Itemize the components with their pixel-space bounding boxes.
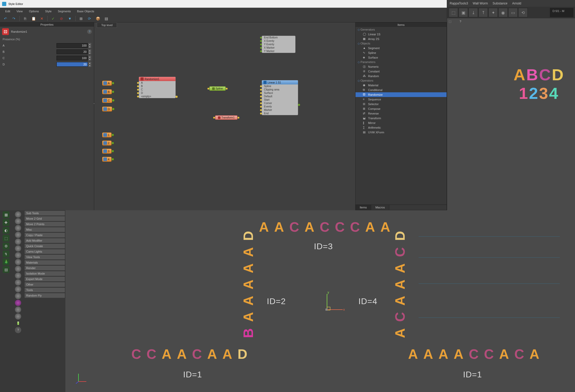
input-slot[interactable]: End (262, 112, 298, 115)
tool-icon[interactable] (15, 286, 21, 292)
tool-icon[interactable] (15, 211, 21, 218)
host-menu-item[interactable]: RappaTools3 (450, 2, 468, 5)
spinner-up-icon[interactable]: ▲ (88, 55, 91, 58)
toolbox-button[interactable]: Random Fly (24, 293, 65, 298)
tool-icon[interactable] (15, 218, 21, 224)
toolbox-button[interactable]: Add Modifier (24, 238, 65, 243)
toolbox-button[interactable]: Isolation Mode (24, 271, 65, 276)
copy-button[interactable]: ⎘ (22, 16, 28, 21)
tab-macros[interactable]: Macros (371, 205, 389, 210)
toolbox-button[interactable]: Materials (24, 260, 65, 265)
tool-icon[interactable]: ▤ (3, 266, 9, 273)
spinner-down-icon[interactable]: ▼ (88, 52, 91, 54)
input-slot[interactable]: Surface (262, 91, 298, 95)
redo-button[interactable]: ↷ (11, 16, 17, 21)
tree-item-array-2s[interactable]: ▦Array 2S (356, 37, 447, 41)
host-menu-item[interactable]: Arnold (512, 2, 521, 5)
accept-button[interactable]: ✓ (50, 16, 56, 21)
tree-item-sequence[interactable]: ≡Sequence (356, 97, 447, 102)
input-slot[interactable]: Spline (262, 84, 298, 88)
tree-item-reverse[interactable]: ⇄Reverse (356, 111, 447, 116)
tool-icon[interactable]: ⬚ (3, 235, 9, 242)
input-slot[interactable]: A (139, 81, 176, 84)
input-slot[interactable]: Y Evenly (262, 43, 295, 46)
host-tool-icon[interactable]: ⬚ (449, 20, 458, 29)
input-slot[interactable]: End Bottom (262, 36, 295, 39)
tree-item-material[interactable]: ◉Material (356, 83, 447, 88)
refresh-button[interactable]: ⟳ (87, 16, 92, 21)
toolbox-button[interactable]: Tools (24, 287, 65, 293)
items-tree[interactable]: Generators◯Linear 1S▦Array 2SObjects▲Seg… (356, 27, 447, 204)
tree-category[interactable]: Parameters (356, 60, 447, 64)
tool-icon[interactable]: ✚ (3, 219, 9, 226)
tree-category[interactable]: Generators (356, 27, 447, 32)
tree-category[interactable]: Objects (356, 41, 447, 46)
list-button[interactable]: ▤ (103, 16, 109, 21)
node-name-field[interactable]: Randomize1 (11, 30, 27, 33)
menu-style[interactable]: Style (42, 9, 55, 14)
tree-item-numeric[interactable]: ⓍNumeric (356, 64, 447, 69)
tool-icon[interactable] (15, 225, 21, 231)
tree-item-constant[interactable]: ②Constant (356, 69, 447, 74)
presence-input[interactable]: 20 (57, 62, 88, 67)
output-port[interactable] (298, 104, 300, 106)
segment-input-3[interactable]: 3 (102, 149, 112, 154)
input-slot[interactable]: <empty> (139, 95, 176, 98)
input-slot[interactable]: Corner (262, 101, 298, 105)
input-slot[interactable]: B (139, 84, 176, 88)
tool-icon[interactable] (15, 293, 21, 299)
tool-icon[interactable] (15, 272, 21, 279)
help-icon[interactable]: ? (460, 20, 461, 29)
toolbox-button[interactable]: Misc (24, 227, 65, 232)
tree-item-randomize[interactable]: ⚄Randomize (356, 92, 447, 97)
segment-input-2[interactable]: 2 (102, 140, 112, 146)
spinner-up-icon[interactable]: ▲ (88, 43, 91, 46)
toolbox-button[interactable]: Other (24, 282, 65, 287)
tree-item-spline[interactable]: ∿Spline (356, 50, 447, 55)
segment-input-d[interactable]: D (102, 106, 112, 112)
input-slot[interactable]: Marker (262, 108, 298, 112)
spline-node[interactable]: Spline (209, 86, 226, 91)
toolbox-button[interactable]: Render (24, 265, 65, 271)
presence-input[interactable]: 20 (57, 49, 88, 54)
host-tool-icon[interactable]: ✦ (488, 8, 498, 17)
help-icon[interactable]: ? (87, 29, 92, 34)
linear-generator-node[interactable]: Linear 1 S1 SplineClipping areaSurfaceDe… (262, 80, 298, 115)
viewport-3d[interactable]: y x AACACCCAADAAAAABDCAAACACCAACAADAAAAC… (65, 210, 575, 392)
delete-button[interactable]: ✕ (39, 16, 45, 21)
menu-options[interactable]: Options (26, 9, 42, 14)
spinner-down-icon[interactable]: ▼ (88, 64, 91, 67)
toolbox-button[interactable]: Cams Lights (24, 249, 65, 254)
transform-node[interactable]: Transform1 (215, 115, 238, 120)
host-tool-icon[interactable]: ◉ (498, 8, 508, 17)
segment-input-b[interactable]: B (102, 89, 112, 94)
tool-icon[interactable]: ↯ (3, 251, 9, 257)
paste-button[interactable]: 📋 (31, 16, 36, 21)
input-slot[interactable]: Start (262, 98, 298, 101)
tool-icon[interactable] (15, 279, 21, 286)
randomize-node[interactable]: Randomize1 ABCD<empty> (139, 77, 176, 98)
input-slot[interactable]: Evenly (262, 105, 298, 108)
toolbox-button[interactable]: Quick Create (24, 243, 65, 249)
tree-item-uvw-xform[interactable]: ▤UVW XForm (356, 130, 447, 135)
generator-node-upper[interactable]: End BottomX EvenlyY EvenlyX MarkerY Mark… (262, 36, 296, 53)
input-slot[interactable]: D (139, 91, 176, 95)
tool-icon[interactable] (15, 245, 21, 252)
tree-item-surface[interactable]: ◈Surface (356, 55, 447, 60)
input-slot[interactable]: Default (262, 95, 298, 98)
menu-base-objects[interactable]: Base Objects (74, 9, 97, 14)
tool-icon[interactable] (15, 306, 21, 313)
segment-input-1[interactable]: 1 (102, 132, 112, 138)
toolbox-button[interactable]: Move 2 Grid (24, 216, 65, 221)
tree-item-segment[interactable]: ▲Segment (356, 46, 447, 50)
toolbox-button[interactable]: View Tools (24, 254, 65, 260)
host-tool-icon[interactable]: ⬚ (449, 8, 458, 17)
breadcrumb[interactable]: Top level (97, 22, 117, 28)
host-tool-icon[interactable]: ▣ (459, 8, 468, 17)
host-tool-icon[interactable]: ⤒ (478, 8, 488, 17)
tool-icon[interactable]: ▦ (3, 211, 9, 218)
host-tool-icon[interactable]: ▭ (508, 8, 518, 17)
output-port[interactable] (176, 96, 178, 98)
tree-item-conditional[interactable]: ⧉Conditional (356, 88, 447, 92)
tree-item-selector[interactable]: ⊟Selector (356, 102, 447, 106)
